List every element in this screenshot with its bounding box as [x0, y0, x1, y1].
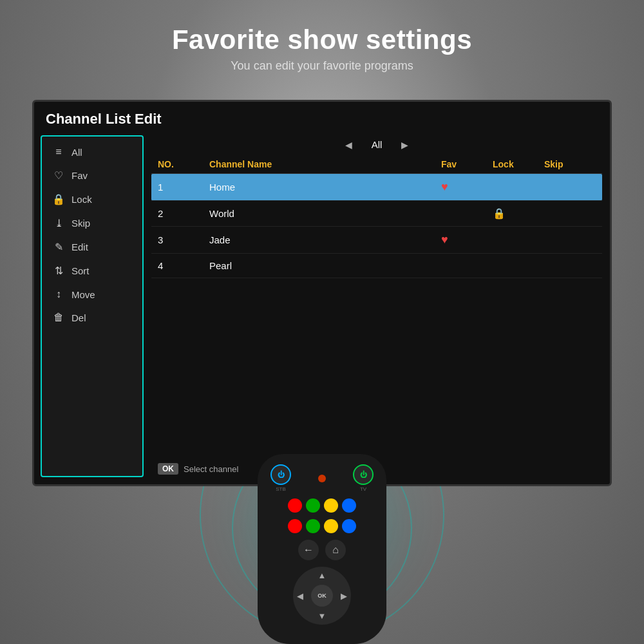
color-btn-blue[interactable]: [342, 498, 356, 513]
sidebar-item-move[interactable]: ↕ Move: [42, 283, 142, 306]
tv-screen: Channel List Edit ≡ All ♡ Fav 🔒 Lock ⤓ S…: [32, 100, 612, 486]
color-btn-yellow[interactable]: [324, 498, 338, 513]
remote-top-row: ⏻ STB ⏻ TV: [270, 464, 374, 492]
tv-screen-title: Channel List Edit: [34, 102, 610, 133]
fav-icon: ♥: [441, 233, 493, 247]
power-tv-button[interactable]: ⏻: [353, 464, 374, 485]
nav-right-button[interactable]: ▶: [341, 591, 347, 601]
back-button[interactable]: ←: [298, 540, 319, 560]
color-buttons-row2: [288, 519, 356, 533]
power-tv-icon: ⏻: [360, 471, 367, 478]
sidebar-label-skip: Skip: [71, 218, 90, 229]
category-next-arrow[interactable]: ▶: [401, 140, 408, 150]
nav-left-button[interactable]: ◀: [297, 591, 303, 601]
move-icon: ↕: [52, 289, 65, 300]
row-channel-name: Jade: [209, 234, 441, 245]
sidebar-label-edit: Edit: [71, 242, 88, 252]
sidebar-label-move: Move: [71, 289, 95, 300]
row-no: 2: [158, 208, 209, 219]
table-row[interactable]: 1 Home ♥: [151, 174, 602, 201]
col-header-fav: Fav: [441, 159, 493, 169]
delete-icon: 🗑: [52, 312, 65, 323]
sidebar-label-fav: Fav: [71, 170, 88, 181]
row-channel-name: Home: [209, 182, 441, 193]
back-home-row: ← ⌂: [298, 540, 346, 560]
col-header-name: Channel Name: [209, 159, 441, 169]
fav-icon: ♥: [441, 180, 493, 194]
color-btn2-blue[interactable]: [342, 519, 356, 533]
tv-label: TV: [360, 486, 366, 492]
nav-ok-button[interactable]: OK: [311, 585, 333, 607]
category-nav: ◀ All ▶: [151, 133, 602, 155]
page-title: Favorite show settings: [0, 24, 644, 55]
sidebar-item-del[interactable]: 🗑 Del: [42, 306, 142, 329]
color-btn2-yellow[interactable]: [324, 519, 338, 533]
color-btn2-red[interactable]: [288, 519, 302, 533]
power-stb-icon: ⏻: [278, 471, 285, 478]
sidebar-item-sort[interactable]: ⇅ Sort: [42, 259, 142, 283]
sidebar-item-fav[interactable]: ♡ Fav: [42, 164, 142, 187]
home-icon: ⌂: [332, 544, 339, 556]
channel-table: NO. Channel Name Fav Lock Skip 1 Home ♥ …: [151, 155, 602, 458]
sort-icon: ⇅: [52, 265, 65, 277]
stb-label: STB: [276, 486, 286, 492]
power-stb-button[interactable]: ⏻: [270, 464, 291, 485]
red-dot: [318, 475, 326, 482]
list-icon: ≡: [52, 146, 65, 158]
col-header-no: NO.: [158, 159, 209, 169]
lock-icon: 🔒: [493, 207, 544, 220]
color-btn2-green[interactable]: [306, 519, 320, 533]
row-no: 3: [158, 234, 209, 245]
row-no: 4: [158, 260, 209, 271]
category-prev-arrow[interactable]: ◀: [345, 140, 352, 150]
sidebar-item-all[interactable]: ≡ All: [42, 140, 142, 164]
sidebar-item-lock[interactable]: 🔒 Lock: [42, 187, 142, 211]
main-content: ◀ All ▶ NO. Channel Name Fav Lock Skip 1…: [144, 133, 610, 480]
page-subtitle: You can edit your favorite programs: [0, 59, 644, 73]
bottom-hint: Select channel: [184, 464, 238, 474]
col-header-skip: Skip: [544, 159, 596, 169]
home-button[interactable]: ⌂: [325, 540, 346, 560]
table-header: NO. Channel Name Fav Lock Skip: [151, 155, 602, 174]
remote-area: ⏻ STB ⏻ TV: [258, 441, 386, 644]
tv-content: ≡ All ♡ Fav 🔒 Lock ⤓ Skip ✎ Edit ⇅ Sort: [34, 133, 610, 480]
page-header: Favorite show settings You can edit your…: [0, 0, 644, 73]
row-no: 1: [158, 182, 209, 193]
table-row[interactable]: 2 World 🔒: [151, 201, 602, 227]
category-label: All: [372, 139, 383, 150]
nav-down-button[interactable]: ▼: [318, 611, 327, 621]
color-btn-green[interactable]: [306, 498, 320, 513]
sidebar-label-all: All: [71, 147, 82, 158]
sidebar: ≡ All ♡ Fav 🔒 Lock ⤓ Skip ✎ Edit ⇅ Sort: [41, 135, 144, 477]
sidebar-label-sort: Sort: [71, 265, 90, 276]
sidebar-label-lock: Lock: [71, 194, 92, 205]
color-btn-red[interactable]: [288, 498, 302, 513]
row-channel-name: Pearl: [209, 260, 441, 271]
nav-up-button[interactable]: ▲: [318, 571, 327, 580]
remote-control: ⏻ STB ⏻ TV: [258, 454, 386, 644]
sidebar-label-del: Del: [71, 312, 86, 323]
sidebar-item-skip[interactable]: ⤓ Skip: [42, 211, 142, 235]
col-header-lock: Lock: [493, 159, 544, 169]
table-row[interactable]: 3 Jade ♥: [151, 227, 602, 254]
edit-icon: ✎: [52, 241, 65, 253]
color-buttons-row: [288, 498, 356, 513]
lock-sidebar-icon: 🔒: [52, 193, 65, 205]
heart-icon: ♡: [52, 169, 65, 182]
ok-badge: OK: [158, 463, 178, 475]
row-channel-name: World: [209, 208, 441, 219]
sidebar-item-edit[interactable]: ✎ Edit: [42, 235, 142, 259]
skip-icon: ⤓: [52, 217, 65, 229]
table-row[interactable]: 4 Pearl: [151, 254, 602, 278]
back-icon: ←: [303, 544, 314, 556]
nav-cluster: ▲ ▼ ◀ ▶ OK: [293, 567, 351, 625]
